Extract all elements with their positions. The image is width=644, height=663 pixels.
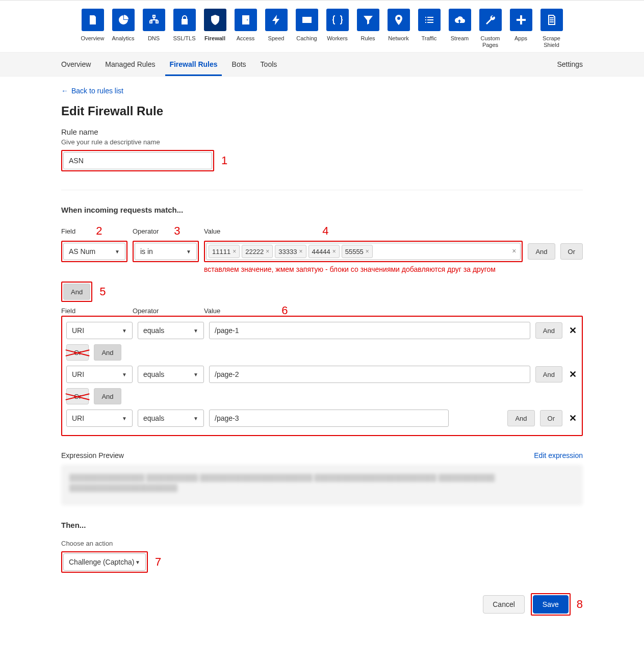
annotation-box-1: ASN bbox=[61, 150, 214, 171]
field-value: URI bbox=[72, 326, 84, 335]
back-link[interactable]: ← Back to rules list bbox=[61, 87, 123, 95]
value-chip[interactable]: 33333× bbox=[275, 245, 306, 258]
value-input-3[interactable]: /page-3 bbox=[209, 410, 449, 427]
nav-label: Analytics bbox=[112, 35, 134, 47]
nav-speed[interactable]: Speed bbox=[264, 9, 289, 48]
value-chip[interactable]: 55555× bbox=[342, 245, 373, 258]
clear-values-icon[interactable]: × bbox=[512, 247, 516, 255]
nav-label: Traffic bbox=[422, 35, 437, 47]
remove-row-icon[interactable]: ✕ bbox=[568, 325, 578, 336]
nav-scrape-shield[interactable]: Scrape Shield bbox=[539, 9, 564, 48]
and-connector-button[interactable]: And bbox=[94, 388, 121, 404]
nav-label: SSL/TLS bbox=[173, 35, 195, 47]
nav-label: DNS bbox=[148, 35, 160, 47]
tab-tools[interactable]: Tools bbox=[261, 53, 277, 75]
annotation-box-5: And bbox=[61, 282, 92, 302]
nav-firewall[interactable]: Firewall bbox=[203, 9, 227, 48]
annotation-7: 7 bbox=[155, 555, 161, 569]
chip-remove-icon[interactable]: × bbox=[299, 248, 303, 255]
struck-or-button: Or bbox=[66, 388, 89, 404]
field-select-asnum[interactable]: AS Num ▼ bbox=[63, 243, 125, 260]
value-chip[interactable]: 22222× bbox=[242, 245, 273, 258]
and-connector-button[interactable]: And bbox=[94, 344, 121, 361]
or-connector-button[interactable]: Or bbox=[66, 344, 89, 361]
nav-rules[interactable]: Rules bbox=[356, 9, 380, 48]
nav-access[interactable]: Access bbox=[234, 9, 258, 48]
remove-row-icon[interactable]: ✕ bbox=[568, 413, 578, 424]
or-button[interactable]: Or bbox=[540, 410, 562, 426]
field-select-uri-1[interactable]: URI ▼ bbox=[66, 322, 133, 339]
annotation-4: 4 bbox=[322, 224, 328, 238]
nav-label: Overview bbox=[81, 35, 105, 47]
nav-ssl-tls[interactable]: SSL/TLS bbox=[172, 9, 197, 48]
edit-expression-link[interactable]: Edit expression bbox=[534, 451, 583, 460]
nav-label: Firewall bbox=[204, 35, 225, 47]
nav-apps[interactable]: Apps bbox=[509, 9, 533, 48]
nav-analytics[interactable]: Analytics bbox=[111, 9, 136, 48]
nav-workers[interactable]: Workers bbox=[325, 9, 350, 48]
nav-custom-pages[interactable]: Custom Pages bbox=[478, 9, 503, 48]
settings-link[interactable]: Settings bbox=[557, 60, 583, 68]
tab-bots[interactable]: Bots bbox=[232, 53, 246, 75]
and-connector-button[interactable]: And bbox=[63, 284, 90, 300]
operator-value: equals bbox=[143, 370, 164, 378]
action-select[interactable]: Challenge (Captcha) ▼ bbox=[63, 553, 146, 571]
nav-overview[interactable]: Overview bbox=[81, 9, 105, 48]
value-chip[interactable]: 11111× bbox=[209, 245, 240, 258]
lock-icon bbox=[178, 14, 191, 26]
field-select-uri-2[interactable]: URI ▼ bbox=[66, 366, 133, 383]
pie-icon bbox=[117, 14, 130, 26]
annotation-box-7: Challenge (Captcha) ▼ bbox=[61, 551, 148, 573]
operator-select-equals-2[interactable]: equals ▼ bbox=[138, 366, 204, 383]
operator-select-isin[interactable]: is in ▼ bbox=[135, 243, 197, 260]
nav-label: Apps bbox=[514, 35, 527, 47]
annotation-box-2: AS Num ▼ bbox=[61, 241, 127, 262]
nav-dns[interactable]: DNS bbox=[142, 9, 166, 48]
annotation-6: 6 bbox=[281, 307, 288, 315]
chip-remove-icon[interactable]: × bbox=[266, 248, 269, 255]
annotation-3: 3 bbox=[174, 224, 180, 238]
and-button[interactable]: And bbox=[535, 322, 562, 339]
chevron-down-icon: ▼ bbox=[193, 372, 198, 377]
cancel-button[interactable]: Cancel bbox=[483, 595, 525, 614]
or-connector-button[interactable]: Or bbox=[66, 388, 89, 404]
and-button[interactable]: And bbox=[535, 366, 562, 382]
tab-managed-rules[interactable]: Managed Rules bbox=[105, 53, 155, 75]
chevron-down-icon: ▼ bbox=[193, 416, 198, 421]
arrow-left-icon: ← bbox=[61, 87, 68, 95]
annotation-box-8: Save bbox=[531, 593, 571, 616]
nav-network[interactable]: Network bbox=[387, 9, 411, 48]
nav-label: Workers bbox=[327, 35, 348, 47]
value-input-1[interactable]: /page-1 bbox=[209, 322, 530, 339]
and-button[interactable]: And bbox=[528, 243, 555, 260]
funnel-icon bbox=[362, 14, 374, 26]
value-text: /page-3 bbox=[215, 414, 239, 422]
nav-caching[interactable]: Caching bbox=[295, 9, 319, 48]
nav-label: Custom Pages bbox=[478, 35, 503, 48]
operator-select-equals-1[interactable]: equals ▼ bbox=[138, 322, 204, 339]
tab-firewall-rules[interactable]: Firewall Rules bbox=[169, 53, 217, 75]
value-multi-input[interactable]: 11111×22222×33333×44444×55555×× bbox=[206, 243, 521, 260]
value-input-2[interactable]: /page-2 bbox=[209, 366, 530, 383]
operator-value: equals bbox=[143, 414, 164, 422]
chip-remove-icon[interactable]: × bbox=[332, 248, 336, 255]
value-text: /page-1 bbox=[215, 326, 239, 335]
field-select-uri-3[interactable]: URI ▼ bbox=[66, 410, 133, 427]
nav-traffic[interactable]: Traffic bbox=[417, 9, 442, 48]
annotation-8: 8 bbox=[577, 598, 583, 611]
save-button[interactable]: Save bbox=[533, 595, 569, 614]
value-header-2: Value bbox=[204, 307, 220, 315]
operator-select-equals-3[interactable]: equals ▼ bbox=[138, 410, 204, 427]
or-button[interactable]: Or bbox=[560, 243, 583, 260]
annotation-note: вставляем значение, жмем запятую - блоки… bbox=[204, 265, 583, 273]
tab-overview[interactable]: Overview bbox=[61, 53, 91, 75]
chip-remove-icon[interactable]: × bbox=[233, 248, 236, 255]
chip-remove-icon[interactable]: × bbox=[366, 248, 369, 255]
nav-stream[interactable]: Stream bbox=[448, 9, 472, 48]
main-nav: OverviewAnalyticsDNSSSL/TLSFirewallAcces… bbox=[0, 1, 644, 52]
and-button[interactable]: And bbox=[507, 410, 534, 426]
rule-name-input[interactable]: ASN bbox=[63, 152, 212, 169]
pin-icon bbox=[393, 14, 405, 26]
remove-row-icon[interactable]: ✕ bbox=[568, 369, 578, 380]
value-chip[interactable]: 44444× bbox=[308, 245, 340, 258]
